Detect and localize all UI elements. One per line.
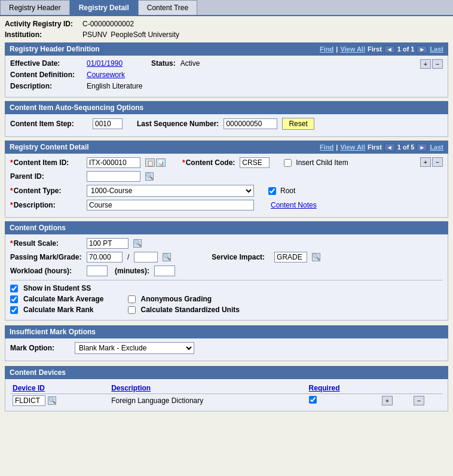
- passing-mark-label: Passing Mark/Grade:: [10, 253, 82, 261]
- calc-standardized-checkbox[interactable]: [128, 306, 136, 314]
- root-label: Root: [280, 187, 295, 195]
- auto-seq-title: Content Item Auto-Sequencing Options: [10, 103, 143, 112]
- last-seq-input[interactable]: [224, 118, 277, 129]
- device-required-cell: [307, 394, 379, 408]
- checkbox-two-col: Calculate Mark Average Calculate Mark Ra…: [10, 295, 443, 316]
- view-all-link[interactable]: View All: [340, 45, 365, 53]
- passing-mark-input[interactable]: [87, 252, 123, 263]
- insert-child-row: Insert Child Item: [284, 158, 348, 167]
- calc-mark-avg-row: Calculate Mark Average: [10, 295, 104, 303]
- auto-seq-body: Content Item Step: Last Sequence Number:…: [5, 114, 448, 137]
- prev-page-btn[interactable]: ◄: [384, 45, 395, 53]
- description-label: Description:: [10, 82, 82, 90]
- content-last-link[interactable]: Last: [430, 144, 443, 151]
- service-impact-input[interactable]: [274, 252, 307, 263]
- passing-mark-search-icon[interactable]: 🔍: [163, 253, 171, 261]
- result-scale-label: *Result Scale:: [10, 239, 82, 248]
- content-def-value[interactable]: Coursework: [87, 71, 125, 79]
- parent-id-input[interactable]: [87, 171, 140, 182]
- device-add-btn[interactable]: +: [382, 396, 393, 405]
- reset-btn[interactable]: Reset: [282, 118, 314, 130]
- parent-id-label: Parent ID:: [10, 172, 82, 181]
- calc-mark-avg-label: Calculate Mark Average: [23, 295, 104, 303]
- insufficient-mark-header: Insufficient Mark Options: [5, 325, 448, 338]
- content-next-btn[interactable]: ►: [417, 144, 427, 151]
- collapse-btn[interactable]: −: [432, 59, 443, 69]
- content-expand-btn[interactable]: +: [420, 157, 431, 167]
- expand-collapse-btns: + −: [420, 59, 443, 69]
- workload-hours-input[interactable]: [87, 266, 108, 276]
- last-link[interactable]: Last: [430, 45, 443, 53]
- mark-option-label: Mark Option:: [10, 344, 70, 352]
- minutes-input[interactable]: [154, 266, 175, 276]
- result-scale-search-icon[interactable]: 🔍: [133, 239, 142, 248]
- device-id-input[interactable]: [13, 395, 45, 406]
- expand-btn[interactable]: +: [420, 59, 431, 69]
- content-devices-title: Content Devices: [10, 368, 66, 377]
- insufficient-mark-body: Mark Option: Blank Mark - Exclude Blank …: [5, 338, 448, 361]
- table-row: 🔍 Foreign Language Dictionary + −: [10, 394, 443, 408]
- service-impact-search-icon[interactable]: 🔍: [312, 253, 320, 261]
- content-item-id-input[interactable]: [87, 157, 140, 168]
- insert-child-label: Insert Child Item: [296, 158, 348, 167]
- device-required-checkbox[interactable]: [309, 396, 317, 404]
- col-description: Description: [109, 383, 306, 394]
- tab-registry-detail[interactable]: Registry Detail: [70, 0, 138, 15]
- description-content-input[interactable]: [87, 200, 254, 210]
- tab-registry-header[interactable]: Registry Header: [0, 0, 70, 15]
- content-find-link[interactable]: Find: [320, 144, 333, 151]
- device-id-search-icon[interactable]: 🔍: [48, 396, 56, 405]
- result-scale-input[interactable]: [87, 238, 128, 249]
- registry-header-def-header: Registry Header Definition Find | View A…: [5, 42, 448, 56]
- copy-icon-1[interactable]: 📋: [145, 158, 155, 167]
- content-view-all-link[interactable]: View All: [340, 144, 365, 151]
- device-remove-btn[interactable]: −: [414, 396, 424, 405]
- insufficient-mark-title: Insufficient Mark Options: [10, 328, 96, 336]
- content-devices-header: Content Devices: [5, 366, 448, 379]
- device-id-sort-link[interactable]: Device ID: [13, 384, 45, 392]
- content-page-info: 1 of 5: [397, 144, 415, 151]
- effective-date-value[interactable]: 01/01/1990: [87, 59, 123, 68]
- anonymous-grading-checkbox[interactable]: [128, 295, 136, 303]
- anonymous-grading-label: Anonymous Grading: [141, 295, 212, 303]
- root-checkbox[interactable]: [268, 187, 276, 195]
- content-prev-btn[interactable]: ◄: [384, 144, 395, 151]
- content-collapse-btn[interactable]: −: [432, 157, 443, 167]
- content-def-label: Content Definition:: [10, 71, 82, 79]
- parent-id-row: Parent ID: 🔍: [10, 171, 420, 182]
- content-type-label: *Content Type:: [10, 187, 82, 195]
- description-sort-link[interactable]: Description: [111, 384, 151, 392]
- show-in-student-ss-checkbox[interactable]: [10, 285, 18, 292]
- parent-id-search-icon[interactable]: 🔍: [145, 172, 154, 181]
- content-type-select[interactable]: 1000-Course: [87, 185, 254, 197]
- last-seq-label: Last Sequence Number:: [137, 120, 219, 128]
- status-label: Status:: [151, 59, 176, 68]
- content-detail-expand-collapse: + −: [420, 157, 443, 167]
- content-item-id-row: *Content Item ID: 📋 📊 *Content Code: Ins…: [10, 157, 420, 168]
- next-page-btn[interactable]: ►: [417, 45, 427, 53]
- calc-mark-rank-checkbox[interactable]: [10, 306, 18, 314]
- calc-mark-rank-row: Calculate Mark Rank: [10, 306, 104, 314]
- devices-table: Device ID Description Required 🔍 Foreign…: [10, 383, 443, 407]
- page-info: 1 of 1: [397, 45, 415, 53]
- auto-seq-row: Content Item Step: Last Sequence Number:…: [10, 118, 443, 130]
- find-link[interactable]: Find: [320, 45, 333, 53]
- description-content-label: *Description:: [10, 201, 82, 209]
- calc-mark-avg-checkbox[interactable]: [10, 295, 18, 303]
- passing-grade-input[interactable]: [134, 252, 158, 263]
- content-notes-link[interactable]: Content Notes: [271, 201, 317, 209]
- registry-content-detail-header: Registry Content Detail Find | View All …: [5, 141, 448, 154]
- insert-child-checkbox[interactable]: [284, 159, 292, 167]
- content-devices-body: Device ID Description Required 🔍 Foreign…: [5, 379, 448, 411]
- content-code-input[interactable]: [240, 157, 270, 168]
- copy-icon-2[interactable]: 📊: [156, 158, 166, 167]
- content-type-row: *Content Type: 1000-Course Root: [10, 185, 420, 197]
- status-value: Active: [180, 59, 200, 68]
- tab-content-tree[interactable]: Content Tree: [138, 0, 197, 15]
- activity-registry-row: Activity Registry ID: C-00000000002: [5, 20, 448, 28]
- required-sort-link[interactable]: Required: [309, 384, 340, 392]
- workload-row: Workload (hours): (minutes):: [10, 266, 443, 276]
- mark-option-select[interactable]: Blank Mark - Exclude Blank Mark - Includ…: [75, 342, 194, 354]
- show-in-student-ss-row: Show in Student SS: [10, 284, 443, 292]
- step-input[interactable]: [93, 118, 123, 129]
